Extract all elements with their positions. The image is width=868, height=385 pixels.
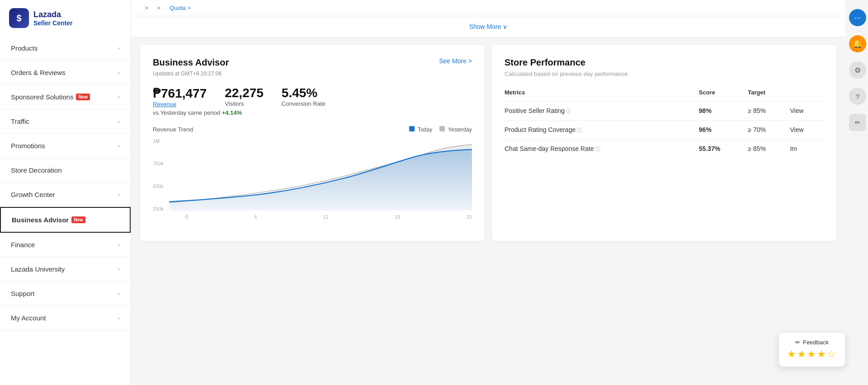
- chart-legend: Today Yesterday: [409, 126, 472, 133]
- store-performance-card: Store Performance Calculated based on pr…: [492, 45, 836, 241]
- col-target: Target: [748, 86, 790, 102]
- vs-yesterday: vs.Yesterday same period +4.14%: [153, 109, 472, 116]
- sidebar: $ Lazada Seller Center Products›Orders &…: [0, 0, 131, 385]
- change-value: +4.14%: [222, 109, 242, 116]
- chat-button[interactable]: ···: [849, 9, 866, 26]
- sidebar-item-label-support: Support: [11, 290, 35, 297]
- business-advisor-title: Business Advisor: [153, 57, 229, 68]
- topbar-link-1[interactable]: >: [145, 5, 148, 11]
- metric-action-0[interactable]: View: [790, 102, 824, 121]
- visitors-label: Visitors: [225, 100, 264, 107]
- logo: $ Lazada Seller Center: [0, 0, 131, 36]
- metric-action-1[interactable]: View: [790, 120, 824, 139]
- topbar-quota-link[interactable]: Quota >: [170, 5, 191, 11]
- chevron-icon-support: ›: [118, 290, 120, 297]
- sidebar-item-sponsored-solutions[interactable]: Sponsored SolutionsNew›: [0, 85, 131, 109]
- notification-bell-button[interactable]: 🔔: [849, 35, 866, 52]
- metric-score-2: 55.37%: [699, 139, 748, 158]
- sidebar-item-lazada-university[interactable]: Lazada University›: [0, 257, 131, 282]
- metric-target-2: ≥ 85%: [748, 139, 790, 158]
- feedback-title: ✏ Feedback: [795, 339, 829, 346]
- metric-name-2: Chat Same-day Response Rate ⓘ: [505, 139, 699, 158]
- sidebar-item-traffic[interactable]: Traffic›: [0, 109, 131, 134]
- conversion-value: 5.45%: [282, 86, 326, 100]
- settings-button[interactable]: ⚙: [849, 61, 866, 79]
- updated-text: Updated at GMT+8 20:27:06: [153, 70, 472, 77]
- sidebar-item-my-account[interactable]: My Account›: [0, 306, 131, 330]
- topbar-link-2[interactable]: >: [157, 5, 161, 11]
- right-panel: ··· 🔔 ⚙ ? ✏: [847, 0, 868, 385]
- chart-inner: 06121823: [169, 138, 472, 220]
- sidebar-item-label-promotions: Promotions: [11, 142, 45, 150]
- conversion-metric: 5.45% Conversion Rate: [282, 86, 326, 108]
- col-metrics: Metrics: [505, 86, 699, 102]
- metric-target-1: ≥ 70%: [748, 120, 790, 139]
- visitors-metric: 22,275 Visitors: [225, 86, 264, 108]
- sidebar-item-orders-reviews[interactable]: Orders & Reviews›: [0, 61, 131, 85]
- sidebar-item-label-growth-center: Growth Center: [11, 191, 55, 198]
- chevron-icon-promotions: ›: [118, 142, 120, 149]
- feedback-pen-icon: ✏: [795, 339, 800, 346]
- card-header: Business Advisor See More >: [153, 57, 472, 68]
- chevron-icon-traffic: ›: [118, 118, 120, 125]
- chevron-icon-my-account: ›: [118, 315, 120, 321]
- chart-title: Revenue Trend: [153, 126, 193, 133]
- metric-score-0: 98%: [699, 102, 748, 121]
- chevron-icon-finance: ›: [118, 241, 120, 248]
- metric-name-0: Positive Seller Rating ⓘ: [505, 102, 699, 121]
- revenue-chart: 1M 750k 500k 250k: [153, 138, 472, 229]
- chevron-icon-lazada-university: ›: [118, 266, 120, 272]
- sidebar-item-finance[interactable]: Finance›: [0, 233, 131, 257]
- info-icon-1: ⓘ: [576, 127, 582, 133]
- revenue-value: ₱761,477: [153, 86, 207, 101]
- sidebar-item-label-products: Products: [11, 44, 38, 52]
- visitors-value: 22,275: [225, 86, 264, 100]
- business-advisor-card: Business Advisor See More > Updated at G…: [140, 45, 485, 241]
- sidebar-item-growth-center[interactable]: Growth Center›: [0, 183, 131, 207]
- col-score: Score: [699, 86, 748, 102]
- metric-name-1: Product Rating Coverage ⓘ: [505, 120, 699, 139]
- metrics-row: ₱761,477 Revenue 22,275 Visitors 5.45% C…: [153, 86, 472, 108]
- sidebar-item-products[interactable]: Products›: [0, 36, 131, 61]
- table-row: Product Rating Coverage ⓘ96%≥ 70%View: [505, 120, 824, 139]
- performance-table: Metrics Score Target Positive Seller Rat…: [505, 86, 824, 158]
- sidebar-item-promotions[interactable]: Promotions›: [0, 134, 131, 158]
- edit-button[interactable]: ✏: [849, 114, 866, 131]
- metric-target-0: ≥ 85%: [748, 102, 790, 121]
- chevron-icon-orders-reviews: ›: [118, 69, 120, 76]
- perf-subtitle: Calculated based on previous day perform…: [505, 70, 824, 77]
- metric-action-2[interactable]: Im: [790, 139, 824, 158]
- sidebar-item-label-sponsored-solutions: Sponsored SolutionsNew: [11, 93, 90, 101]
- content-grid: Business Advisor See More > Updated at G…: [131, 45, 845, 250]
- info-icon-0: ⓘ: [565, 108, 571, 114]
- legend-yesterday: Yesterday: [439, 126, 472, 133]
- conversion-label: Conversion Rate: [282, 100, 326, 107]
- table-row: Positive Seller Rating ⓘ98%≥ 85%View: [505, 102, 824, 121]
- chevron-icon-products: ›: [118, 45, 120, 52]
- y-axis-labels: 1M 750k 500k 250k: [153, 138, 165, 229]
- sidebar-item-label-traffic: Traffic: [11, 117, 29, 125]
- see-more-link[interactable]: See More >: [439, 57, 472, 65]
- sidebar-item-store-decoration[interactable]: Store Decoration: [0, 158, 131, 183]
- badge-new-business-advisor: New: [71, 216, 85, 223]
- sidebar-item-label-my-account: My Account: [11, 314, 46, 322]
- table-row: Chat Same-day Response Rate ⓘ55.37%≥ 85%…: [505, 139, 824, 158]
- revenue-label[interactable]: Revenue: [153, 101, 207, 108]
- logo-icon: $: [9, 8, 29, 28]
- show-more-button[interactable]: Show More ∨: [469, 23, 508, 30]
- store-performance-title: Store Performance: [505, 57, 585, 68]
- sidebar-item-business-advisor[interactable]: Business AdvisorNew: [0, 207, 131, 233]
- main-content: > > Quota > Show More ∨ Business Advisor…: [131, 0, 868, 385]
- x-axis-labels: 06121823: [185, 214, 472, 220]
- sidebar-item-support[interactable]: Support›: [0, 282, 131, 306]
- sidebar-nav: Products›Orders & Reviews›Sponsored Solu…: [0, 36, 131, 385]
- badge-new-sponsored-solutions: New: [76, 94, 90, 100]
- metric-score-1: 96%: [699, 120, 748, 139]
- show-more-bar: Show More ∨: [131, 16, 845, 38]
- help-button[interactable]: ?: [849, 88, 866, 105]
- sidebar-item-label-store-decoration: Store Decoration: [11, 166, 62, 174]
- top-bar: > > Quota >: [131, 0, 845, 16]
- chevron-icon-growth-center: ›: [118, 191, 120, 198]
- brand-name: Lazada: [33, 10, 72, 19]
- feedback-stars[interactable]: ★★★★☆: [787, 348, 837, 360]
